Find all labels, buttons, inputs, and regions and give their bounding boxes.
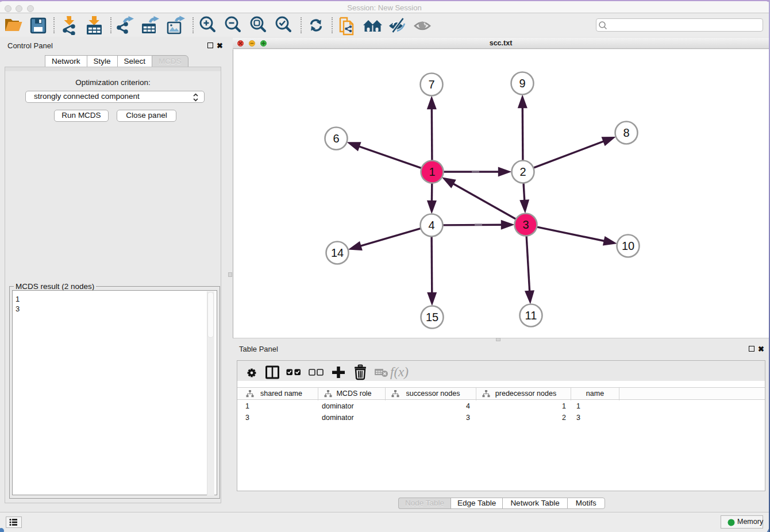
svg-text:6: 6 (333, 132, 339, 145)
svg-text:15: 15 (426, 311, 438, 323)
svg-text:4: 4 (428, 219, 434, 232)
svg-text:7: 7 (428, 78, 434, 91)
svg-text:11: 11 (525, 309, 537, 322)
svg-text:10: 10 (622, 240, 634, 252)
svg-text:2: 2 (519, 165, 526, 178)
svg-text:14: 14 (331, 246, 344, 259)
svg-text:9: 9 (519, 77, 525, 90)
svg-text:8: 8 (623, 126, 629, 139)
svg-text:3: 3 (522, 218, 529, 231)
svg-text:f(x): f(x) (390, 365, 409, 379)
svg-text:1: 1 (429, 165, 435, 178)
